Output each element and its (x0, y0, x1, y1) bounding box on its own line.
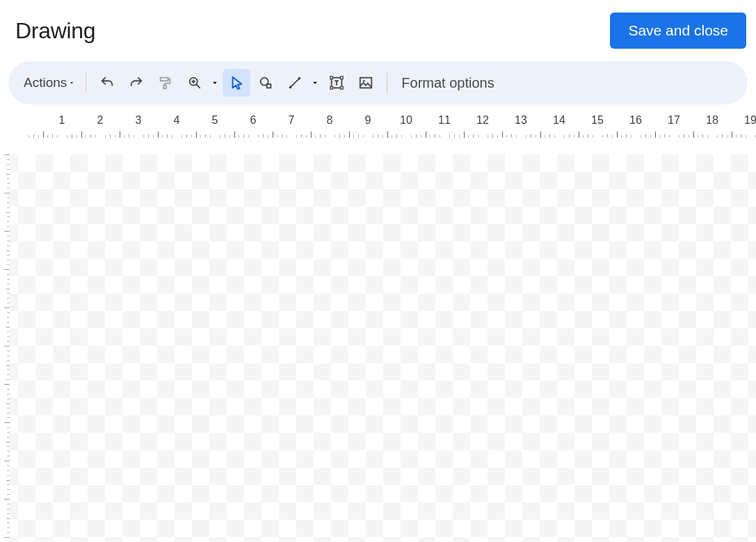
ruler-number: 19 (744, 114, 756, 127)
zoom-button[interactable] (181, 69, 209, 97)
ruler-number: 10 (400, 114, 412, 127)
ruler-number: 3 (136, 114, 142, 127)
ruler-number: 7 (289, 114, 295, 127)
line-button[interactable] (281, 69, 309, 97)
line-icon (287, 75, 303, 90)
ruler-number: 11 (438, 114, 451, 127)
shape-icon (258, 75, 273, 90)
ruler-number: 13 (515, 114, 527, 127)
caret-down-icon (310, 78, 320, 88)
dialog-title: Drawing (15, 18, 95, 44)
svg-rect-12 (341, 87, 344, 90)
ruler-number: 15 (591, 114, 604, 127)
save-and-close-button[interactable]: Save and close (610, 13, 746, 49)
ruler-number: 18 (706, 114, 718, 127)
ruler-number: 17 (668, 114, 680, 127)
image-icon (358, 75, 373, 90)
zoom-caret[interactable] (209, 69, 221, 97)
actions-menu-button[interactable]: Actions (21, 71, 79, 95)
redo-button[interactable] (122, 69, 150, 97)
ruler-number: 2 (97, 114, 104, 127)
select-tool-button[interactable] (223, 69, 250, 97)
text-box-icon (329, 75, 344, 90)
ruler-number: 14 (553, 114, 565, 127)
svg-point-14 (363, 80, 365, 82)
ruler-number: 12 (476, 114, 489, 127)
paint-roller-icon (158, 75, 173, 90)
drawing-canvas[interactable] (10, 154, 756, 542)
svg-rect-11 (330, 87, 333, 90)
paint-format-button[interactable] (152, 69, 179, 97)
undo-button[interactable] (93, 69, 121, 97)
line-dropdown[interactable] (281, 69, 321, 97)
svg-point-6 (289, 86, 292, 89)
separator (387, 72, 387, 93)
line-caret[interactable] (309, 69, 321, 97)
redo-icon (129, 75, 144, 90)
actions-label: Actions (24, 75, 67, 90)
image-button[interactable] (352, 69, 380, 97)
ruler-number: 9 (365, 114, 371, 127)
zoom-dropdown[interactable] (181, 69, 221, 97)
format-options-button[interactable]: Format options (399, 71, 497, 95)
svg-point-7 (298, 77, 301, 80)
ruler-number: 8 (327, 114, 333, 127)
horizontal-ruler: 12345678910111213141516171819 (0, 114, 756, 138)
ruler-number: 4 (174, 114, 180, 127)
ruler-number: 1 (59, 114, 65, 127)
caret-down-icon (210, 78, 220, 88)
text-box-button[interactable] (323, 69, 351, 97)
svg-line-5 (291, 79, 300, 88)
svg-rect-10 (341, 77, 344, 79)
toolbar: Actions (8, 61, 748, 104)
shape-button[interactable] (252, 69, 280, 97)
svg-line-1 (197, 85, 200, 88)
ruler-number: 16 (629, 114, 642, 127)
zoom-icon (187, 75, 202, 90)
caret-down-icon (67, 79, 76, 87)
undo-icon (99, 75, 115, 90)
ruler-number: 6 (250, 114, 257, 127)
header: Drawing Save and close (0, 0, 756, 61)
svg-rect-9 (330, 77, 333, 79)
cursor-icon (229, 75, 244, 90)
ruler-number: 5 (212, 114, 218, 127)
separator (86, 72, 86, 93)
vertical-ruler (0, 154, 10, 542)
